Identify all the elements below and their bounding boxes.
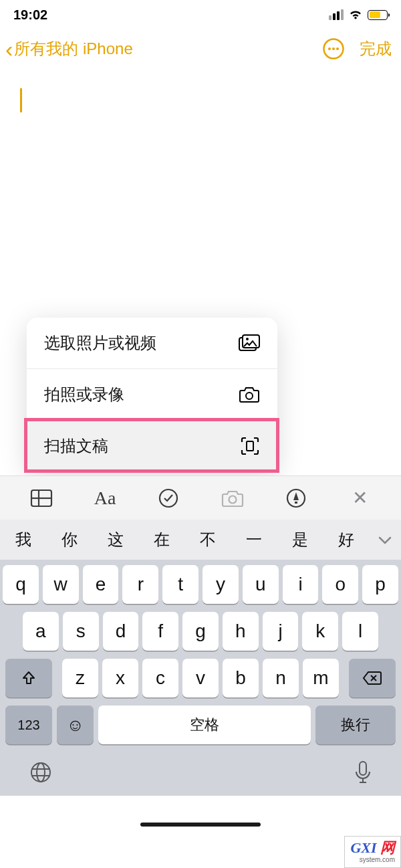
suggestion[interactable]: 这	[92, 529, 138, 550]
shift-key[interactable]	[5, 659, 52, 697]
svg-point-15	[31, 763, 50, 782]
suggestion[interactable]: 我	[0, 529, 46, 550]
table-button[interactable]	[28, 489, 55, 508]
backspace-key[interactable]	[349, 659, 396, 697]
back-button[interactable]: ‹ 所有我的 iPhone	[5, 37, 133, 60]
suggestion[interactable]: 是	[277, 529, 323, 550]
attachment-popup: 选取照片或视频 拍照或录像 扫描文稿	[27, 318, 277, 471]
key-q[interactable]: q	[3, 565, 39, 604]
watermark: GXI 网 system.com	[344, 836, 401, 868]
svg-rect-8	[247, 441, 253, 451]
key-z[interactable]: z	[62, 659, 98, 697]
emoji-key[interactable]: ☺	[57, 706, 94, 744]
key-n[interactable]: n	[263, 659, 299, 697]
key-row-4: 123 ☺ 空格 换行	[3, 706, 398, 744]
key-i[interactable]: i	[283, 565, 319, 604]
key-s[interactable]: s	[63, 612, 99, 651]
popup-item-label: 选取照片或视频	[44, 332, 156, 354]
back-label: 所有我的 iPhone	[14, 38, 132, 60]
svg-rect-19	[360, 762, 366, 775]
key-h[interactable]: h	[223, 612, 259, 651]
svg-point-2	[332, 47, 335, 50]
svg-point-16	[37, 763, 45, 782]
text-cursor	[20, 88, 22, 112]
status-icons	[329, 9, 388, 20]
key-row-3: z x c v b n m	[3, 659, 398, 697]
status-bar: 19:02	[0, 0, 401, 29]
key-t[interactable]: t	[162, 565, 198, 604]
suggestion-bar: 我 你 这 在 不 一 是 好	[0, 520, 401, 560]
svg-point-1	[328, 47, 331, 50]
key-k[interactable]: k	[302, 612, 338, 651]
popup-item-label: 扫描文稿	[44, 435, 108, 457]
key-g[interactable]: g	[182, 612, 219, 651]
chevron-left-icon: ‹	[5, 37, 13, 60]
key-c[interactable]: c	[142, 659, 178, 697]
done-button[interactable]: 完成	[360, 38, 392, 60]
key-v[interactable]: v	[182, 659, 219, 697]
suggestion[interactable]: 你	[46, 529, 92, 550]
key-l[interactable]: l	[342, 612, 378, 651]
keyboard: q w e r t y u i o p a s d f g h j k l z …	[0, 560, 401, 752]
nav-bar: ‹ 所有我的 iPhone 完成	[0, 29, 401, 68]
cellular-icon	[329, 9, 344, 20]
checklist-button[interactable]	[155, 487, 182, 509]
key-d[interactable]: d	[103, 612, 139, 651]
key-y[interactable]: y	[203, 565, 239, 604]
note-editor[interactable]	[0, 68, 401, 202]
markup-button[interactable]	[283, 487, 309, 509]
key-w[interactable]: w	[43, 565, 79, 604]
camera-button[interactable]	[219, 489, 246, 508]
svg-point-12	[160, 490, 177, 507]
svg-point-7	[246, 393, 253, 399]
key-o[interactable]: o	[322, 565, 358, 604]
key-j[interactable]: j	[263, 612, 299, 651]
suggestion[interactable]: 在	[138, 529, 184, 550]
space-key[interactable]: 空格	[98, 706, 311, 744]
mic-icon[interactable]	[354, 760, 372, 784]
key-u[interactable]: u	[243, 565, 279, 604]
svg-point-13	[229, 496, 236, 503]
camera-icon	[239, 386, 260, 403]
photo-icon	[239, 334, 260, 352]
key-row-1: q w e r t y u i o p	[3, 565, 398, 604]
popup-item-photo[interactable]: 选取照片或视频	[27, 318, 277, 369]
more-icon[interactable]	[322, 37, 345, 60]
key-b[interactable]: b	[223, 659, 259, 697]
popup-item-label: 拍照或录像	[44, 384, 124, 405]
globe-icon[interactable]	[29, 761, 52, 784]
svg-point-6	[246, 338, 249, 340]
svg-point-3	[336, 47, 339, 50]
suggestion[interactable]: 不	[184, 529, 231, 550]
wifi-icon	[348, 9, 363, 20]
key-p[interactable]: p	[362, 565, 398, 604]
return-key[interactable]: 换行	[315, 706, 396, 744]
suggestion[interactable]: 好	[323, 529, 369, 550]
key-row-2: a s d f g h j k l	[3, 612, 398, 651]
key-e[interactable]: e	[83, 565, 119, 604]
clock: 19:02	[13, 7, 47, 23]
keyboard-bottom-bar	[0, 749, 401, 796]
numbers-key[interactable]: 123	[5, 706, 52, 744]
key-a[interactable]: a	[23, 612, 59, 651]
key-x[interactable]: x	[102, 659, 138, 697]
format-button[interactable]: Aa	[92, 487, 118, 509]
chevron-down-icon[interactable]	[369, 530, 401, 549]
key-f[interactable]: f	[142, 612, 178, 651]
key-r[interactable]: r	[122, 565, 158, 604]
popup-item-scan[interactable]: 扫描文稿	[27, 421, 277, 471]
notes-toolbar: Aa ✕	[0, 475, 401, 520]
close-keyboard-button[interactable]: ✕	[346, 487, 373, 509]
suggestion[interactable]: 一	[231, 529, 277, 550]
popup-item-camera[interactable]: 拍照或录像	[27, 369, 277, 421]
scan-icon	[240, 436, 260, 456]
key-m[interactable]: m	[303, 659, 339, 697]
battery-icon	[368, 10, 388, 20]
home-indicator[interactable]	[140, 823, 261, 827]
